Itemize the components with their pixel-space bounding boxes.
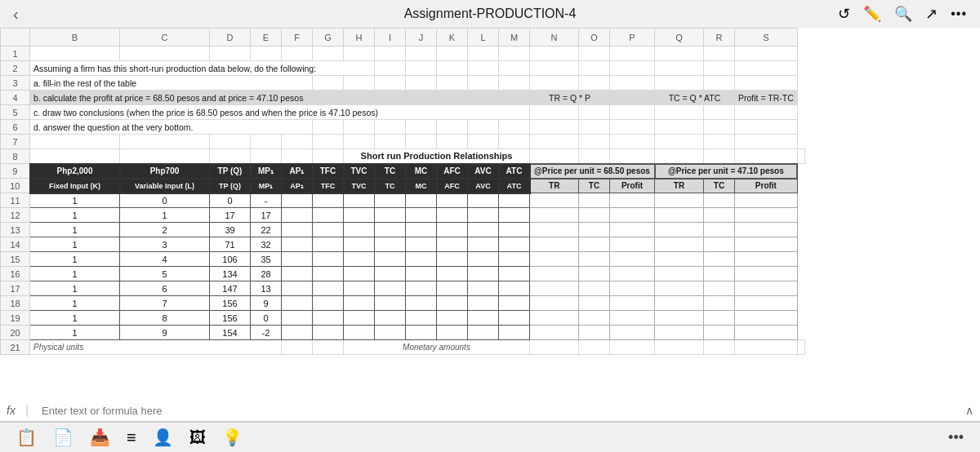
row-10-header[interactable]: 10	[1, 179, 30, 193]
cell-c1[interactable]	[120, 47, 210, 61]
cell-k16[interactable]	[437, 267, 468, 281]
cell-l1[interactable]	[468, 47, 499, 61]
cell-d1[interactable]	[210, 47, 251, 61]
cell-r20[interactable]	[704, 326, 735, 340]
cell-s5[interactable]	[735, 105, 798, 120]
cell-m20[interactable]	[499, 326, 530, 340]
cell-n16[interactable]	[530, 267, 579, 281]
cell-s6[interactable]	[735, 120, 798, 135]
cell-d7[interactable]	[210, 135, 251, 149]
cell-c17[interactable]: 6	[120, 281, 210, 296]
bulb-icon[interactable]: 💡	[222, 428, 243, 447]
cell-k7[interactable]	[437, 135, 468, 149]
cell-p6[interactable]	[610, 120, 655, 135]
cell-m14[interactable]	[499, 237, 530, 252]
cell-k20[interactable]	[437, 326, 468, 340]
cell-g19[interactable]	[313, 311, 344, 326]
cell-j10[interactable]: MC	[406, 179, 437, 193]
cell-j15[interactable]	[406, 252, 437, 267]
cell-p14[interactable]	[610, 237, 655, 252]
cell-p4[interactable]	[610, 91, 655, 105]
pen-icon[interactable]: ✏️	[863, 5, 881, 23]
undo-icon[interactable]: ↺	[838, 5, 850, 23]
cell-p5[interactable]	[610, 105, 655, 120]
cell-b2[interactable]: Assuming a firm has this short-run produ…	[30, 61, 375, 76]
cell-e11[interactable]: -	[251, 193, 282, 208]
cell-g1[interactable]	[313, 47, 344, 61]
cell-j2[interactable]	[406, 61, 437, 76]
cell-h16[interactable]	[344, 267, 375, 281]
cell-e9[interactable]: MP₁	[251, 164, 282, 179]
cell-c18[interactable]: 7	[120, 296, 210, 311]
cell-j17[interactable]	[406, 281, 437, 296]
cell-p15[interactable]	[610, 252, 655, 267]
cell-l14[interactable]	[468, 237, 499, 252]
cell-f16[interactable]	[282, 267, 313, 281]
cell-g21[interactable]	[313, 340, 344, 355]
cell-h15[interactable]	[344, 252, 375, 267]
col-m-header[interactable]: M	[499, 29, 530, 47]
cell-g12[interactable]	[313, 208, 344, 223]
cell-k11[interactable]	[437, 193, 468, 208]
cell-o10[interactable]: TC	[579, 179, 610, 193]
cell-q17[interactable]	[655, 281, 704, 296]
cell-r19[interactable]	[704, 311, 735, 326]
cell-i11[interactable]	[375, 193, 406, 208]
cell-p16[interactable]	[610, 267, 655, 281]
cell-f15[interactable]	[282, 252, 313, 267]
cell-c9[interactable]: Php700	[120, 164, 210, 179]
cell-r18[interactable]	[704, 296, 735, 311]
cell-e16[interactable]: 28	[251, 267, 282, 281]
cell-q13[interactable]	[655, 223, 704, 237]
cell-k14[interactable]	[437, 237, 468, 252]
cell-c20[interactable]: 9	[120, 326, 210, 340]
cell-p10[interactable]: Profit	[610, 179, 655, 193]
user-icon[interactable]: 👤	[153, 428, 173, 447]
cell-j12[interactable]	[406, 208, 437, 223]
cell-b14[interactable]: 1	[30, 237, 120, 252]
cell-k12[interactable]	[437, 208, 468, 223]
share-icon[interactable]: ↗	[925, 5, 938, 23]
cell-s18[interactable]	[735, 296, 798, 311]
col-k-header[interactable]: K	[437, 29, 468, 47]
download-icon[interactable]: 📥	[90, 428, 110, 447]
cell-s2[interactable]	[735, 61, 798, 76]
row-8-header[interactable]: 8	[1, 149, 30, 164]
cell-q8[interactable]	[704, 149, 735, 164]
cell-q21[interactable]	[704, 340, 735, 355]
cell-c11[interactable]: 0	[120, 193, 210, 208]
cell-s14[interactable]	[735, 237, 798, 252]
cell-n20[interactable]	[530, 326, 579, 340]
cell-n1[interactable]	[530, 47, 579, 61]
cell-e10[interactable]: MP₁	[251, 179, 282, 193]
cell-m11[interactable]	[499, 193, 530, 208]
cell-c14[interactable]: 3	[120, 237, 210, 252]
cell-c19[interactable]: 8	[120, 311, 210, 326]
cell-r15[interactable]	[704, 252, 735, 267]
row-9-header[interactable]: 9	[1, 164, 30, 179]
cell-d18[interactable]: 156	[210, 296, 251, 311]
cell-h6[interactable]	[344, 120, 375, 135]
cell-f8[interactable]	[282, 149, 313, 164]
cell-d19[interactable]: 156	[210, 311, 251, 326]
cell-g3[interactable]	[313, 76, 344, 91]
cell-m12[interactable]	[499, 208, 530, 223]
cell-r5[interactable]	[704, 105, 735, 120]
cell-s8[interactable]	[797, 149, 804, 164]
row-15-header[interactable]: 15	[1, 252, 30, 267]
cell-f9[interactable]: AP₁	[282, 164, 313, 179]
more-icon[interactable]: •••	[951, 7, 967, 21]
cell-p7[interactable]	[610, 135, 655, 149]
cell-l3[interactable]	[468, 76, 499, 91]
cell-r7[interactable]	[704, 135, 735, 149]
row-3-header[interactable]: 3	[1, 76, 30, 91]
cell-b3[interactable]: a. fill-in the rest of the table	[30, 76, 313, 91]
cell-n12[interactable]	[530, 208, 579, 223]
cell-j6[interactable]	[406, 120, 437, 135]
cell-c13[interactable]: 2	[120, 223, 210, 237]
cell-f18[interactable]	[282, 296, 313, 311]
cell-g8[interactable]	[313, 149, 344, 164]
cell-b17[interactable]: 1	[30, 281, 120, 296]
row-5-header[interactable]: 5	[1, 105, 30, 120]
cell-g16[interactable]	[313, 267, 344, 281]
